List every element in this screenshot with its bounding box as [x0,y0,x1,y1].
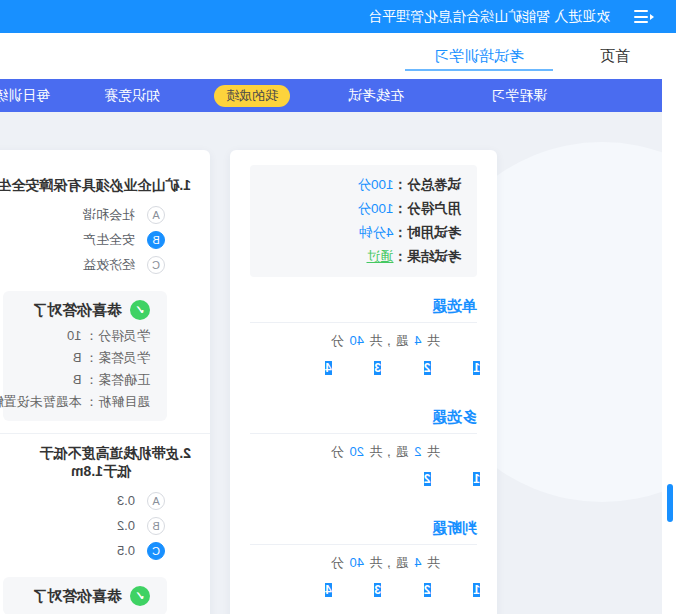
left-rail [662,33,676,614]
check-icon: ✓ [130,586,150,606]
nav-item-my-scores[interactable]: 我的成绩 [214,85,290,107]
menu-fold-icon[interactable] [634,9,654,24]
question-page-button[interactable]: 2 [395,580,431,610]
section-title-multi-choice: 多选题 [250,408,477,426]
tab-exam-training-label: 考试培训学习 [434,47,524,64]
question-page-button[interactable]: 1 [444,358,480,388]
section-title-judgement: 判断题 [250,519,477,537]
question-divider [0,433,210,434]
divider [250,544,477,545]
question-2-title-line1: 2.皮带机栈道高度不低于 [0,444,191,462]
screenshot-viewport: 欢迎进入 智能矿山综合信息化管理平台 首页 考试培训学习 课程学习 在线考试 我… [0,0,676,614]
page-buttons-judgement: 1 2 3 4 [250,580,480,610]
question-2-options: A0.3 B0.2 C0.5 [0,488,165,563]
question-page-button[interactable]: 3 [345,358,381,388]
page-buttons-multi-choice: 1 2 [250,469,480,499]
nav-item-daily-training[interactable]: 每日训练 [0,79,50,112]
result-row-analysis: 题目解析： 本题暂未设置解析 [3,391,150,413]
check-icon: ✓ [130,300,150,320]
summary-duration: 考试用时：4分钟 [266,221,461,245]
question-1-options: A社会和谐 B安全生产 C经济效益 [0,202,165,277]
summary-total-score: 试卷总分：100分 [266,173,461,197]
question-1-title: 1.矿山企业必须具有保障安全生产的条件 [0,176,191,194]
content-area: 试卷总分：100分 用户得分：100分 考试用时：4分钟 考试结果：通过 单选题… [0,112,662,614]
correct-answer-badge: ✓恭喜你答对了 [3,585,150,607]
nav-item-online-exam[interactable]: 在线考试 [348,79,404,112]
active-tab-underline [405,69,553,71]
section-title-single-choice: 单选题 [250,297,477,315]
question-page-button[interactable]: 4 [296,358,332,388]
summary-result: 考试结果：通过 [266,245,461,269]
nav-item-course-study[interactable]: 课程学习 [491,79,547,112]
result-row-correct-answer: 正确答案： B [3,369,150,391]
question-2-result-box: ✓恭喜你答对了 [3,577,167,614]
main-nav: 课程学习 在线考试 我的成绩 知识竞赛 每日训练 [0,79,662,112]
tab-bar: 首页 考试培训学习 [0,33,662,79]
question-1-result-box: ✓恭喜你答对了 学员得分： 10 学员答案： B 正确答案： B 题目解析： 本… [3,291,167,421]
question-page-button[interactable]: 3 [345,580,381,610]
tab-exam-training[interactable]: 考试培训学习 [405,33,553,79]
option-b-selected[interactable]: B安全生产 [0,227,165,252]
result-row-score: 学员得分： 10 [3,325,150,347]
question-page-button[interactable]: 4 [296,580,332,610]
exam-summary: 试卷总分：100分 用户得分：100分 考试用时：4分钟 考试结果：通过 [250,165,477,277]
answer-card-panel: 试卷总分：100分 用户得分：100分 考试用时：4分钟 考试结果：通过 单选题… [230,150,497,614]
app-page: 欢迎进入 智能矿山综合信息化管理平台 首页 考试培训学习 课程学习 在线考试 我… [0,0,676,614]
question-page-button[interactable]: 2 [395,469,431,499]
mirrored-stage: 欢迎进入 智能矿山综合信息化管理平台 首页 考试培训学习 课程学习 在线考试 我… [0,0,676,614]
option-a[interactable]: A0.3 [0,488,165,513]
divider [250,433,477,434]
question-panel: 1.矿山企业必须具有保障安全生产的条件 A社会和谐 B安全生产 C经济效益 ✓恭… [0,150,210,614]
section-stat-judgement: 共 4 题，共 40 分 [250,554,440,572]
section-stat-single-choice: 共 4 题，共 40 分 [250,332,440,350]
panel-toggle-handle[interactable] [667,484,673,522]
question-page-button[interactable]: 1 [444,469,480,499]
page-buttons-single-choice: 1 2 3 4 [250,358,480,388]
correct-answer-badge: ✓恭喜你答对了 [3,299,150,321]
tab-home[interactable]: 首页 [600,33,630,79]
option-b[interactable]: B0.2 [0,513,165,538]
question-2-title-line2: 低于1.8m [0,462,131,480]
welcome-text: 欢迎进入 智能矿山综合信息化管理平台 [368,0,610,33]
nav-item-knowledge-contest[interactable]: 知识竞赛 [104,79,160,112]
divider [250,322,477,323]
question-page-button[interactable]: 1 [444,580,480,610]
result-row-user-answer: 学员答案： B [3,347,150,369]
option-a[interactable]: A社会和谐 [0,202,165,227]
question-page-button[interactable]: 2 [395,358,431,388]
summary-user-score: 用户得分：100分 [266,197,461,221]
app-header: 欢迎进入 智能矿山综合信息化管理平台 [0,0,676,33]
option-c[interactable]: C经济效益 [0,252,165,277]
section-stat-multi-choice: 共 2 题，共 20 分 [250,443,440,461]
option-c-selected[interactable]: C0.5 [0,538,165,563]
result-pass-link[interactable]: 通过 [367,249,394,264]
